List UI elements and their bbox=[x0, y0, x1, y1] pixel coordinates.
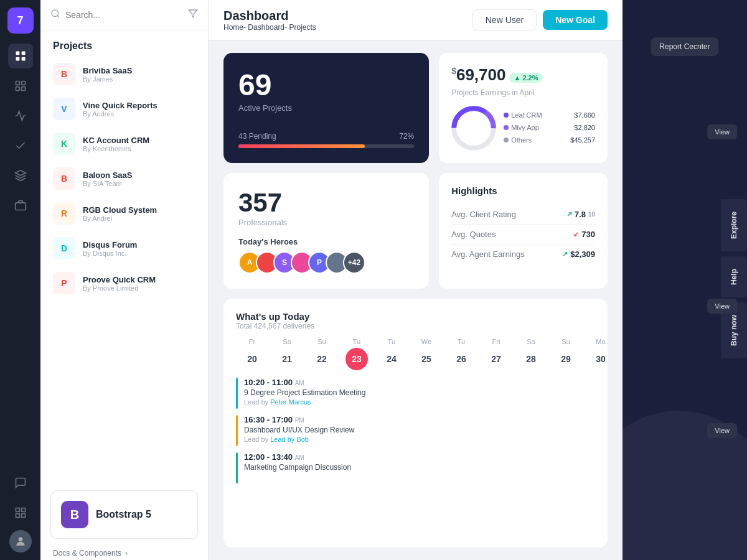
project-name: Baloon SaaS bbox=[83, 170, 132, 180]
calendar-title: What's up Today bbox=[236, 311, 595, 322]
hero-avatar: +42 bbox=[343, 251, 365, 274]
project-by: By SIA Team bbox=[83, 180, 132, 187]
day-number[interactable]: 25 bbox=[415, 348, 438, 370]
project-by: By Proove Limited bbox=[83, 284, 156, 292]
highlight-value: ↗ 7.8 10 bbox=[566, 210, 595, 219]
project-name: Vine Quick Reports bbox=[83, 101, 157, 110]
calendar-day[interactable]: Mo 30 bbox=[585, 338, 617, 370]
event-details: 12:00 - 13:40 AM Marketing Campaign Disc… bbox=[244, 452, 351, 472]
project-icon: B bbox=[53, 63, 75, 85]
calendar-day[interactable]: Fr 20 bbox=[236, 338, 268, 370]
calendar-day[interactable]: Sa 28 bbox=[515, 338, 547, 370]
heroes-row: Today's Heroes ASP+42 bbox=[238, 237, 414, 274]
calendar-day[interactable]: We 25 bbox=[410, 338, 443, 370]
event-lead: Lead by Peter Marcus bbox=[244, 398, 365, 406]
day-number[interactable]: 20 bbox=[241, 348, 263, 370]
right-panel: Report Cecnter Explore Help Buy now View… bbox=[622, 0, 747, 560]
calendar-event: 10:20 - 11:00 AM 9 Degree Project Estima… bbox=[236, 378, 595, 409]
day-name: We bbox=[421, 338, 431, 345]
project-name: KC Account CRM bbox=[83, 136, 149, 145]
nav-icon-grid2[interactable] bbox=[8, 500, 33, 525]
day-name: Fri bbox=[492, 338, 500, 345]
calendar-day[interactable]: Su 29 bbox=[550, 338, 582, 370]
day-number[interactable]: 30 bbox=[590, 348, 612, 370]
project-item[interactable]: B Briviba SaaS By James bbox=[40, 57, 208, 91]
project-by: By Andrei bbox=[83, 215, 157, 222]
day-name: Tu bbox=[353, 338, 360, 345]
nav-icon-message[interactable] bbox=[8, 470, 33, 495]
event-title: Dashboard UI/UX Design Review bbox=[244, 426, 354, 434]
filter-icon[interactable] bbox=[188, 9, 198, 21]
day-number[interactable]: 21 bbox=[276, 348, 298, 370]
donut-amounts: $7,660 $2,820 $45,257 bbox=[570, 110, 595, 146]
report-center-button[interactable]: Report Cecnter bbox=[651, 37, 718, 56]
day-number[interactable]: 22 bbox=[311, 348, 333, 370]
active-projects-label: Active Projects bbox=[238, 103, 414, 113]
sidebar-title: Projects bbox=[40, 30, 208, 57]
svg-rect-4 bbox=[16, 82, 19, 85]
project-item[interactable]: D Disqus Forum By Disqus Inc. bbox=[40, 231, 208, 266]
explore-tab[interactable]: Explore bbox=[721, 199, 747, 251]
calendar-day[interactable]: Sa 21 bbox=[271, 338, 303, 370]
main-content: Dashboard Home- Dashboard- Projects New … bbox=[209, 0, 622, 560]
view-button-2[interactable]: View bbox=[707, 299, 737, 314]
svg-rect-9 bbox=[15, 203, 26, 210]
svg-marker-16 bbox=[189, 10, 197, 17]
professionals-count: 357 bbox=[238, 188, 414, 218]
stats-row: 69 Active Projects 43 Pending 72% $69,70… bbox=[223, 53, 608, 163]
project-by: By Andres bbox=[83, 110, 157, 118]
calendar-day[interactable]: Tu 24 bbox=[375, 338, 408, 370]
topbar-right: New User New Goal bbox=[472, 9, 608, 30]
docs-link[interactable]: Docs & Components › bbox=[40, 549, 208, 560]
day-name: Tu bbox=[388, 338, 395, 345]
nav-icon-check[interactable] bbox=[8, 133, 33, 158]
day-number[interactable]: 28 bbox=[520, 348, 542, 370]
active-projects-card: 69 Active Projects 43 Pending 72% bbox=[223, 53, 429, 163]
project-item[interactable]: B Baloon SaaS By SIA Team bbox=[40, 161, 208, 196]
project-item[interactable]: V Vine Quick Reports By Andres bbox=[40, 91, 208, 126]
day-number[interactable]: 23 bbox=[345, 348, 368, 370]
calendar-day[interactable]: Fri 27 bbox=[480, 338, 512, 370]
project-name: Disqus Forum bbox=[83, 240, 137, 250]
calendar-day[interactable]: Su 22 bbox=[306, 338, 338, 370]
day-number[interactable]: 27 bbox=[485, 348, 507, 370]
project-icon: P bbox=[53, 272, 75, 294]
nav-icon-dashboard[interactable] bbox=[8, 44, 33, 68]
user-profile-avatar[interactable] bbox=[9, 530, 32, 553]
day-name: Su bbox=[561, 338, 570, 345]
nav-icon-briefcase[interactable] bbox=[8, 193, 33, 218]
day-number[interactable]: 26 bbox=[450, 348, 472, 370]
view-button-1[interactable]: View bbox=[707, 124, 737, 139]
currency-symbol: $ bbox=[451, 66, 456, 76]
page-title: Dashboard bbox=[223, 9, 316, 23]
sidebar-search-bar bbox=[40, 0, 208, 30]
project-item[interactable]: R RGB Cloud System By Andrei bbox=[40, 196, 208, 231]
event-title: Marketing Campaign Discussion bbox=[244, 463, 351, 472]
calendar-day[interactable]: Tu 26 bbox=[445, 338, 477, 370]
event-details: 16:30 - 17:00 PM Dashboard UI/UX Design … bbox=[244, 415, 354, 443]
search-icon bbox=[50, 9, 60, 21]
nav-icon-bar-chart[interactable] bbox=[8, 103, 33, 128]
nav-icon-grid[interactable] bbox=[8, 73, 33, 98]
project-item[interactable]: K KC Account CRM By Keenthemes bbox=[40, 126, 208, 161]
view-button-3[interactable]: View bbox=[707, 423, 737, 438]
event-title: 9 Degree Project Estimation Meeting bbox=[244, 388, 365, 397]
event-details: 10:20 - 11:00 AM 9 Degree Project Estima… bbox=[244, 378, 365, 406]
event-lead-link[interactable]: Lead by Bob bbox=[270, 436, 309, 443]
day-number[interactable]: 24 bbox=[380, 348, 403, 370]
nav-icon-layers[interactable] bbox=[8, 163, 33, 188]
active-projects-number: 69 bbox=[238, 68, 414, 102]
calendar-day[interactable]: Tu 23 bbox=[341, 338, 373, 370]
new-goal-button[interactable]: New Goal bbox=[543, 10, 608, 30]
new-user-button[interactable]: New User bbox=[472, 9, 537, 30]
search-input[interactable] bbox=[65, 10, 183, 20]
day-number[interactable]: 29 bbox=[555, 348, 577, 370]
project-item[interactable]: P Proove Quick CRM By Proove Limited bbox=[40, 266, 208, 301]
bootstrap-label: Bootstrap 5 bbox=[96, 509, 151, 520]
highlight-row: Avg. Agent Earnings ↗ $2,309 bbox=[451, 245, 595, 264]
user-avatar-number[interactable]: 7 bbox=[7, 7, 34, 34]
icon-bar: 7 bbox=[0, 0, 40, 560]
svg-rect-5 bbox=[21, 82, 25, 85]
event-lead-link[interactable]: Peter Marcus bbox=[270, 398, 311, 406]
help-tab[interactable]: Help bbox=[721, 256, 747, 297]
